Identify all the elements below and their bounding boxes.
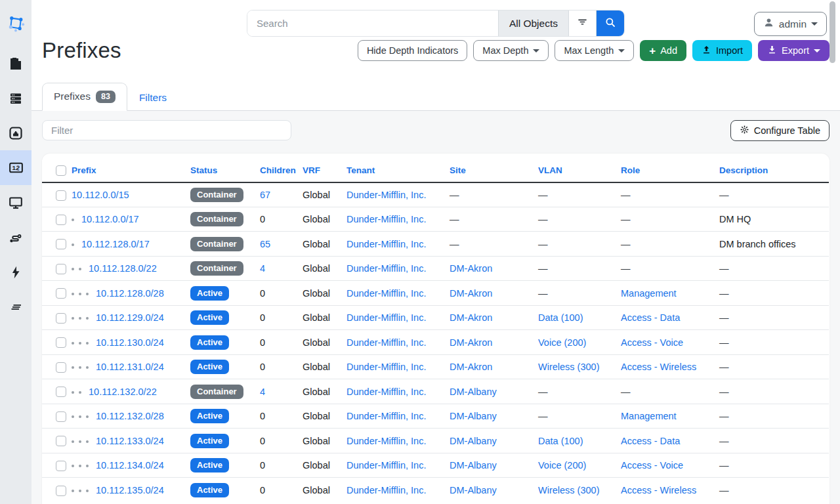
- tenant-link[interactable]: Dunder-Mifflin, Inc.: [346, 436, 426, 446]
- role-link[interactable]: Access - Wireless: [621, 485, 696, 495]
- row-checkbox[interactable]: [56, 215, 66, 225]
- row-checkbox[interactable]: [56, 313, 66, 324]
- tenant-link[interactable]: Dunder-Mifflin, Inc.: [346, 312, 426, 323]
- role-link[interactable]: Access - Voice: [621, 460, 683, 471]
- site-link[interactable]: DM-Akron: [450, 337, 492, 348]
- children-link[interactable]: 65: [260, 239, 270, 249]
- prefix-link[interactable]: 10.112.131.0/24: [96, 362, 164, 372]
- prefix-link[interactable]: 10.112.0.0/17: [81, 214, 139, 224]
- column-sort-link[interactable]: Tenant: [346, 165, 375, 175]
- tenant-link[interactable]: Dunder-Mifflin, Inc.: [346, 387, 426, 397]
- row-checkbox[interactable]: [56, 362, 66, 373]
- role-link[interactable]: Management: [621, 288, 677, 299]
- vlan-link[interactable]: Wireless (300): [538, 485, 599, 495]
- sidebar-item-overlay[interactable]: [0, 289, 32, 324]
- vlan-link[interactable]: Data (100): [538, 436, 583, 446]
- column-sort-link[interactable]: VRF: [303, 165, 320, 175]
- row-checkbox[interactable]: [56, 190, 66, 201]
- tab-filters[interactable]: Filters: [127, 84, 178, 111]
- tenant-link[interactable]: Dunder-Mifflin, Inc.: [346, 362, 426, 372]
- children-link[interactable]: 4: [260, 387, 265, 397]
- column-sort-link[interactable]: Description: [719, 165, 768, 175]
- vlan-link[interactable]: Voice (200): [538, 337, 586, 348]
- table-filter-input[interactable]: [42, 120, 291, 140]
- user-menu-button[interactable]: admin: [754, 12, 827, 36]
- role-link[interactable]: Access - Data: [621, 312, 680, 323]
- prefix-link[interactable]: 10.112.134.0/24: [96, 460, 164, 471]
- search-input[interactable]: [247, 10, 498, 36]
- vlan-link[interactable]: Wireless (300): [538, 362, 599, 372]
- row-checkbox[interactable]: [56, 264, 66, 274]
- vlan-link[interactable]: Voice (200): [538, 460, 586, 471]
- sidebar-item-power[interactable]: [0, 255, 32, 289]
- sidebar-item-circuits[interactable]: [0, 220, 32, 255]
- hide-depth-indicators-button[interactable]: Hide Depth Indicators: [358, 40, 467, 61]
- search-submit-button[interactable]: [597, 10, 624, 36]
- configure-table-button[interactable]: Configure Table: [730, 120, 830, 141]
- max-depth-dropdown[interactable]: Max Depth: [473, 40, 549, 61]
- search-scope-dropdown[interactable]: All Objects: [498, 10, 569, 36]
- site-link[interactable]: DM-Albany: [450, 387, 497, 397]
- role-link[interactable]: Access - Wireless: [621, 362, 696, 372]
- tenant-link[interactable]: Dunder-Mifflin, Inc.: [346, 337, 426, 348]
- tenant-link[interactable]: Dunder-Mifflin, Inc.: [346, 263, 426, 274]
- role-link[interactable]: Access - Voice: [621, 337, 683, 348]
- role-link[interactable]: Management: [621, 411, 677, 421]
- add-button[interactable]: + Add: [640, 40, 686, 61]
- site-link[interactable]: DM-Akron: [450, 362, 492, 372]
- page-scrollbar[interactable]: [830, 1, 835, 63]
- site-link[interactable]: DM-Akron: [450, 312, 492, 323]
- prefix-link[interactable]: 10.112.128.0/28: [96, 288, 164, 299]
- column-sort-link[interactable]: VLAN: [538, 165, 562, 175]
- prefix-link[interactable]: 10.112.128.0/17: [81, 239, 150, 249]
- site-link[interactable]: DM-Albany: [450, 460, 497, 471]
- prefix-link[interactable]: 10.112.135.0/24: [96, 485, 164, 495]
- tab-prefixes[interactable]: Prefixes 83: [42, 83, 127, 111]
- max-length-dropdown[interactable]: Max Length: [555, 40, 634, 61]
- column-sort-link[interactable]: Role: [621, 165, 640, 175]
- row-checkbox[interactable]: [56, 461, 66, 471]
- prefix-link[interactable]: 10.112.0.0/15: [72, 190, 129, 200]
- tenant-link[interactable]: Dunder-Mifflin, Inc.: [346, 485, 426, 495]
- prefix-link[interactable]: 10.112.133.0/24: [96, 436, 164, 446]
- children-link[interactable]: 4: [260, 263, 265, 274]
- prefix-link[interactable]: 10.112.130.0/24: [96, 337, 164, 348]
- sidebar-item-connections[interactable]: [0, 116, 32, 150]
- prefix-link[interactable]: 10.112.132.0/22: [89, 387, 157, 397]
- row-checkbox[interactable]: [56, 239, 66, 249]
- sidebar-item-devices[interactable]: [0, 81, 32, 116]
- tenant-link[interactable]: Dunder-Mifflin, Inc.: [346, 288, 426, 299]
- row-checkbox[interactable]: [56, 436, 66, 446]
- tenant-link[interactable]: Dunder-Mifflin, Inc.: [346, 214, 426, 224]
- prefix-link[interactable]: 10.112.129.0/24: [96, 312, 164, 323]
- prefix-link[interactable]: 10.112.132.0/28: [96, 411, 164, 421]
- row-checkbox[interactable]: [56, 486, 66, 496]
- row-checkbox[interactable]: [56, 411, 66, 422]
- sidebar-item-ipam[interactable]: 1 2: [0, 150, 32, 185]
- prefix-link[interactable]: 10.112.128.0/22: [89, 263, 157, 274]
- column-sort-link[interactable]: Children: [260, 165, 296, 175]
- site-link[interactable]: DM-Albany: [450, 436, 497, 446]
- row-checkbox[interactable]: [56, 288, 66, 299]
- site-link[interactable]: DM-Akron: [450, 263, 492, 274]
- row-checkbox[interactable]: [56, 337, 66, 348]
- select-all-checkbox[interactable]: [56, 165, 66, 176]
- column-sort-link[interactable]: Status: [190, 165, 217, 175]
- tenant-link[interactable]: Dunder-Mifflin, Inc.: [346, 460, 426, 471]
- sidebar-item-organization[interactable]: [0, 46, 32, 81]
- export-dropdown[interactable]: Export: [758, 40, 830, 61]
- search-filter-button[interactable]: [569, 10, 597, 36]
- import-button[interactable]: Import: [692, 40, 752, 61]
- tenant-link[interactable]: Dunder-Mifflin, Inc.: [346, 411, 426, 421]
- column-sort-link[interactable]: Site: [450, 165, 466, 175]
- tenant-link[interactable]: Dunder-Mifflin, Inc.: [346, 190, 426, 200]
- sidebar-item-logo[interactable]: [0, 0, 32, 46]
- tenant-link[interactable]: Dunder-Mifflin, Inc.: [346, 239, 426, 249]
- column-sort-link[interactable]: Prefix: [72, 165, 96, 175]
- site-link[interactable]: DM-Albany: [450, 411, 497, 421]
- vlan-link[interactable]: Data (100): [538, 312, 583, 323]
- site-link[interactable]: DM-Albany: [450, 485, 497, 495]
- site-link[interactable]: DM-Akron: [450, 288, 492, 299]
- children-link[interactable]: 67: [260, 190, 270, 200]
- sidebar-item-virtualization[interactable]: [0, 185, 32, 220]
